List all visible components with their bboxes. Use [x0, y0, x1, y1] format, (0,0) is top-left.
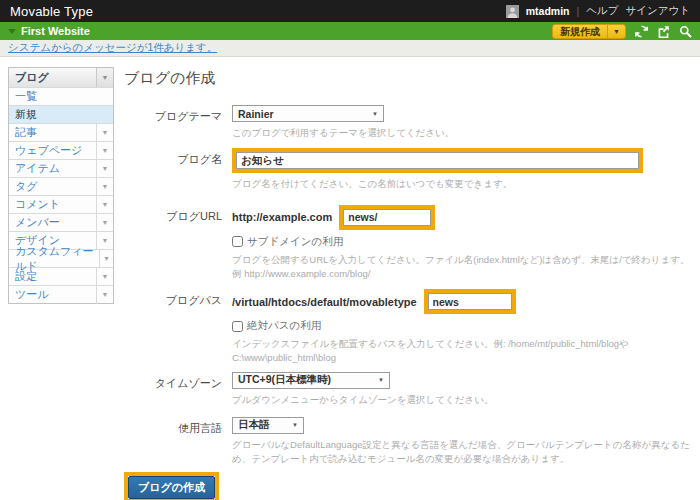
sidebar-item-tags[interactable]: タグ ▼: [9, 177, 113, 195]
chevron-down-icon[interactable]: ▼: [96, 196, 113, 214]
divider: |: [577, 5, 580, 17]
compose-icon[interactable]: [657, 25, 670, 38]
blog-name-label: ブログ名: [124, 148, 232, 191]
sidebar-item-entries[interactable]: 記事 ▼: [9, 123, 113, 141]
language-hint: グローバルなDefaultLanguage設定と異なる言語を選んだ場合、グローバ…: [232, 438, 692, 467]
system-message-link[interactable]: システムからのメッセージが1件あります。: [8, 41, 217, 55]
tutorial-highlight-box: [424, 289, 516, 314]
sidebar: ブログ ▼ 一覧 新規 記事 ▼ ウェブページ ▼ アイテム ▼ タグ: [8, 67, 114, 304]
create-new-group: 新規作成 ▼: [552, 24, 626, 39]
context-actions: 新規作成 ▼: [552, 24, 692, 39]
chevron-down-icon: ▼: [292, 422, 298, 428]
tutorial-highlight-box: ブログの作成: [124, 472, 219, 500]
username-link[interactable]: mtadmin: [526, 5, 570, 17]
blog-theme-label: ブログテーマ: [124, 105, 232, 140]
site-switcher[interactable]: First Website: [8, 25, 90, 37]
sidebar-item-new[interactable]: 新規: [9, 105, 113, 123]
blog-name-input[interactable]: [236, 152, 639, 169]
sidebar-header-label: ブログ: [9, 70, 49, 85]
signout-link[interactable]: サインアウト: [626, 4, 690, 18]
page-title: ブログの作成: [124, 69, 692, 88]
site-name: First Website: [21, 25, 90, 37]
movable-type-app: Movable Type mtadmin | ヘルプ サインアウト First …: [0, 0, 700, 500]
create-blog-form: ブログの作成 ブログテーマ Rainier ▼ このブログで利用するテーマを選択…: [114, 67, 692, 500]
top-bar: Movable Type mtadmin | ヘルプ サインアウト: [0, 0, 700, 22]
tutorial-highlight-box: [232, 148, 643, 173]
sidebar-item-comments[interactable]: コメント ▼: [9, 195, 113, 213]
blog-url-base: http://example.com: [232, 211, 332, 223]
blog-name-row: ブログ名 ブログ名を付けてください。この名前はいつでも変更できます。: [124, 148, 692, 191]
sidebar-item-tools[interactable]: ツール ▼: [9, 285, 113, 303]
absolute-path-checkbox-row[interactable]: 絶対パスの利用: [232, 319, 692, 333]
language-select[interactable]: 日本語 ▼: [232, 417, 304, 434]
blog-path-hint: インデックスファイルを配置するパスを入力してください。例: /home/mt/p…: [232, 337, 692, 366]
create-blog-button[interactable]: ブログの作成: [128, 476, 215, 499]
help-link[interactable]: ヘルプ: [586, 4, 618, 18]
chevron-down-icon[interactable]: ▼: [96, 142, 113, 160]
language-label: 使用言語: [124, 417, 232, 467]
tutorial-highlight-box: [339, 205, 435, 230]
blog-path-row: ブログパス /virtual/htdocs/default/movabletyp…: [124, 289, 692, 366]
chevron-down-icon: [8, 29, 16, 34]
subdomain-checkbox[interactable]: [232, 236, 243, 247]
timezone-row: タイムゾーン UTC+9(日本標準時) ▼ プルダウンメニューからタイムゾーンを…: [124, 372, 692, 407]
blog-path-base: /virtual/htdocs/default/movabletype: [232, 296, 417, 308]
timezone-hint: プルダウンメニューからタイムゾーンを選択してください。: [232, 393, 493, 407]
chevron-down-icon[interactable]: ▼: [96, 268, 113, 286]
blog-theme-hint: このブログで利用するテーマを選択してください。: [232, 126, 454, 140]
language-value: 日本語: [238, 418, 270, 432]
blog-theme-select[interactable]: Rainier ▼: [232, 105, 384, 122]
chevron-down-icon[interactable]: ▼: [96, 124, 113, 142]
chevron-down-icon: ▼: [378, 377, 384, 383]
timezone-select[interactable]: UTC+9(日本標準時) ▼: [232, 372, 390, 389]
timezone-label: タイムゾーン: [124, 372, 232, 407]
blog-theme-row: ブログテーマ Rainier ▼ このブログで利用するテーマを選択してください。: [124, 105, 692, 140]
content-area: ブログ ▼ 一覧 新規 記事 ▼ ウェブページ ▼ アイテム ▼ タグ: [0, 57, 700, 500]
absolute-path-checkbox-label: 絶対パスの利用: [247, 319, 321, 333]
blog-url-row: ブログURL http://example.com サブドメインの利用 ブログを…: [124, 205, 692, 282]
create-new-button[interactable]: 新規作成: [553, 25, 607, 38]
sidebar-item-webpages[interactable]: ウェブページ ▼: [9, 141, 113, 159]
app-logo[interactable]: Movable Type: [10, 4, 93, 19]
system-message-bar: システムからのメッセージが1件あります。: [0, 40, 700, 57]
sidebar-header: ブログ ▼: [9, 68, 113, 87]
blog-name-hint: ブログ名を付けてください。この名前はいつでも変更できます。: [232, 177, 643, 191]
blog-path-input[interactable]: [428, 293, 512, 310]
chevron-down-icon[interactable]: ▼: [96, 178, 113, 196]
sidebar-item-members[interactable]: メンバー ▼: [9, 213, 113, 231]
sidebar-item-assets[interactable]: アイテム ▼: [9, 159, 113, 177]
chevron-down-icon[interactable]: ▼: [96, 160, 113, 178]
language-row: 使用言語 日本語 ▼ グローバルなDefaultLanguage設定と異なる言語…: [124, 417, 692, 467]
absolute-path-checkbox[interactable]: [232, 321, 243, 332]
sidebar-item-list[interactable]: 一覧: [9, 87, 113, 105]
refresh-icon[interactable]: [635, 25, 648, 38]
context-bar: First Website 新規作成 ▼: [0, 22, 700, 40]
sidebar-item-custom-fields[interactable]: カスタムフィールド ▼: [9, 249, 113, 267]
create-new-dropdown[interactable]: ▼: [607, 25, 625, 38]
chevron-down-icon[interactable]: ▼: [99, 250, 113, 268]
blog-url-input[interactable]: [343, 209, 431, 226]
submit-row: ブログの作成: [124, 472, 692, 500]
chevron-down-icon[interactable]: ▼: [96, 286, 113, 304]
subdomain-checkbox-row[interactable]: サブドメインの利用: [232, 235, 692, 249]
blog-path-label: ブログパス: [124, 289, 232, 366]
chevron-down-icon[interactable]: ▼: [96, 68, 113, 87]
timezone-value: UTC+9(日本標準時): [238, 373, 331, 387]
blog-url-label: ブログURL: [124, 205, 232, 282]
chevron-down-icon[interactable]: ▼: [96, 214, 113, 232]
blog-url-hint: ブログを公開するURLを入力してください。ファイル名(index.htmlなど)…: [232, 253, 692, 282]
user-avatar: [506, 5, 519, 18]
chevron-down-icon: ▼: [372, 111, 378, 117]
search-icon[interactable]: [679, 25, 692, 38]
top-bar-user-area: mtadmin | ヘルプ サインアウト: [506, 4, 690, 18]
subdomain-checkbox-label: サブドメインの利用: [247, 235, 343, 249]
blog-theme-value: Rainier: [238, 108, 274, 120]
